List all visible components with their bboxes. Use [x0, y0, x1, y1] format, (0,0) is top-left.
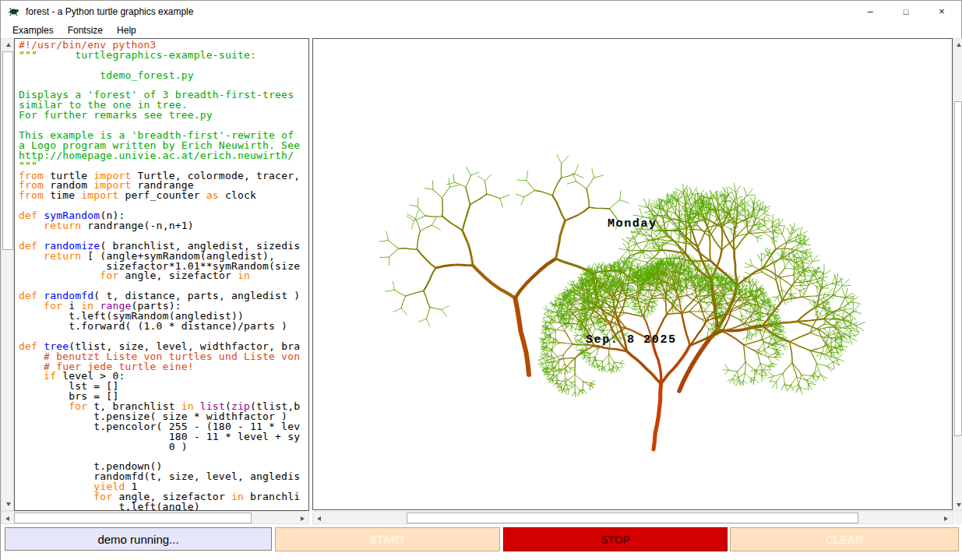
- maximize-button[interactable]: □: [888, 1, 924, 22]
- menu-help[interactable]: Help: [114, 24, 139, 37]
- clear-button[interactable]: CLEAR: [730, 527, 959, 551]
- canvas-hscroll-thumb[interactable]: [407, 512, 858, 523]
- code-line: return randrange(-n,n+1): [19, 221, 308, 231]
- scroll-left-icon[interactable]: [313, 512, 325, 525]
- code-horizontal-scrollbar[interactable]: [1, 511, 309, 524]
- code-line: 0 ): [19, 442, 308, 453]
- turtle-icon: [8, 5, 19, 17]
- forest-drawing: [313, 39, 952, 509]
- code-line: http://homepage.univie.ac.at/erich.neuwi…: [19, 151, 308, 161]
- canvas-text-label: Monday: [608, 217, 657, 231]
- code-line: tdemo_forest.py: [19, 71, 308, 81]
- stop-button[interactable]: STOP: [503, 527, 728, 551]
- code-line: For further remarks see tree.py: [19, 111, 308, 121]
- code-vscroll-thumb[interactable]: [2, 51, 13, 250]
- code-line: for angle, sizefactor in: [19, 271, 308, 281]
- scroll-right-icon[interactable]: [297, 512, 308, 525]
- code-line: t.forward( (1.0 * distance)/parts ): [19, 322, 308, 332]
- menu-fontsize[interactable]: Fontsize: [65, 24, 106, 37]
- title-bar: forest - a Python turtle graphics exampl…: [1, 1, 961, 22]
- code-line: t.left(angle): [19, 502, 308, 511]
- scroll-down-icon[interactable]: [953, 499, 962, 510]
- menu-examples[interactable]: Examples: [9, 24, 57, 37]
- scroll-up-icon[interactable]: [2, 39, 15, 51]
- code-editor[interactable]: #!/usr/bin/env python3""" turtlegraphics…: [14, 38, 309, 511]
- canvas-vertical-scrollbar[interactable]: [953, 38, 962, 511]
- scrollbar-corner: [953, 511, 962, 524]
- scroll-up-icon[interactable]: [953, 39, 962, 50]
- bottom-bar: demo running... START STOP CLEAR: [1, 524, 962, 560]
- scroll-right-icon[interactable]: [940, 512, 952, 525]
- close-button[interactable]: ×: [924, 1, 960, 22]
- scroll-left-icon[interactable]: [2, 512, 13, 525]
- code-line: """ turtlegraphics-example-suite:: [19, 51, 308, 61]
- code-line: from time import perf_counter as clock: [19, 191, 308, 201]
- code-vertical-scrollbar[interactable]: [1, 38, 14, 511]
- minimize-button[interactable]: –: [852, 1, 888, 22]
- canvas-text-label: Sep. 8 2025: [586, 333, 677, 347]
- turtle-canvas: MondaySep. 8 2025: [312, 38, 953, 510]
- canvas-horizontal-scrollbar[interactable]: [312, 511, 953, 524]
- canvas-vscroll-thumb[interactable]: [954, 101, 962, 436]
- code-hscroll-thumb[interactable]: [14, 512, 252, 523]
- start-button[interactable]: START: [275, 527, 500, 551]
- scroll-down-icon[interactable]: [2, 498, 15, 510]
- window-title: forest - a Python turtle graphics exampl…: [26, 6, 193, 17]
- status-label: demo running...: [5, 527, 272, 551]
- app-window: forest - a Python turtle graphics exampl…: [0, 0, 962, 560]
- menu-bar: Examples Fontsize Help: [1, 22, 961, 38]
